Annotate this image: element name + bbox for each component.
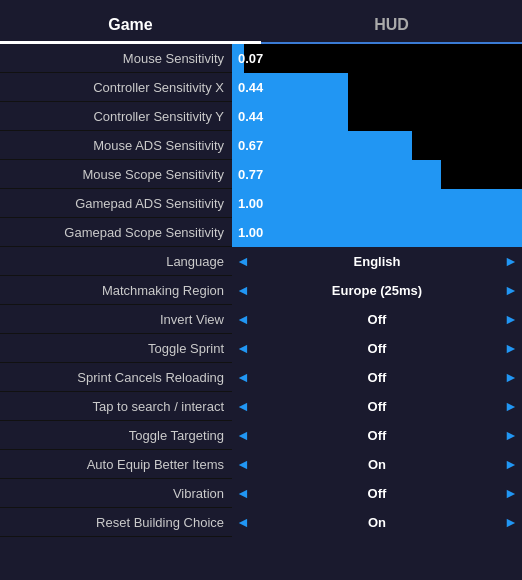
slider-value-controller-sensitivity-x: 0.44	[238, 80, 263, 95]
setting-row-toggle-targeting: Toggle Targeting◄Off►	[0, 421, 522, 450]
slider-controller-sensitivity-y[interactable]: 0.44	[232, 102, 522, 131]
control-auto-equip-better-items[interactable]: ◄On►	[232, 450, 522, 478]
slider-mouse-ads-sensitivity[interactable]: 0.67	[232, 131, 522, 160]
slider-gamepad-scope-sensitivity[interactable]: 1.00	[232, 218, 522, 247]
setting-row-mouse-sensitivity: Mouse Sensitivity0.07	[0, 44, 522, 73]
control-mouse-sensitivity[interactable]: 0.07	[232, 44, 522, 72]
control-mouse-scope-sensitivity[interactable]: 0.77	[232, 160, 522, 188]
setting-row-mouse-scope-sensitivity: Mouse Scope Sensitivity0.77	[0, 160, 522, 189]
slider-fill-controller-sensitivity-y: 0.44	[232, 102, 348, 131]
selector-value-sprint-cancels-reloading: Off	[252, 370, 502, 385]
control-gamepad-scope-sensitivity[interactable]: 1.00	[232, 218, 522, 246]
selector-toggle-sprint[interactable]: ◄Off►	[232, 334, 522, 363]
selector-value-auto-equip-better-items: On	[252, 457, 502, 472]
label-gamepad-ads-sensitivity: Gamepad ADS Sensitivity	[0, 196, 232, 211]
slider-fill-mouse-ads-sensitivity: 0.67	[232, 131, 412, 160]
slider-controller-sensitivity-x[interactable]: 0.44	[232, 73, 522, 102]
arrow-left-sprint-cancels-reloading[interactable]: ◄	[234, 369, 252, 385]
slider-gamepad-ads-sensitivity[interactable]: 1.00	[232, 189, 522, 218]
setting-row-tap-to-search: Tap to search / interact◄Off►	[0, 392, 522, 421]
setting-row-controller-sensitivity-y: Controller Sensitivity Y0.44	[0, 102, 522, 131]
arrow-right-auto-equip-better-items[interactable]: ►	[502, 456, 520, 472]
slider-value-mouse-sensitivity: 0.07	[238, 51, 263, 66]
arrow-left-language[interactable]: ◄	[234, 253, 252, 269]
selector-toggle-targeting[interactable]: ◄Off►	[232, 421, 522, 450]
setting-row-invert-view: Invert View◄Off►	[0, 305, 522, 334]
selector-invert-view[interactable]: ◄Off►	[232, 305, 522, 334]
selector-value-language: English	[252, 254, 502, 269]
control-controller-sensitivity-x[interactable]: 0.44	[232, 73, 522, 101]
slider-fill-gamepad-scope-sensitivity: 1.00	[232, 218, 522, 247]
arrow-right-tap-to-search[interactable]: ►	[502, 398, 520, 414]
label-tap-to-search: Tap to search / interact	[0, 399, 232, 414]
selector-vibration[interactable]: ◄Off►	[232, 479, 522, 508]
control-controller-sensitivity-y[interactable]: 0.44	[232, 102, 522, 130]
selector-value-tap-to-search: Off	[252, 399, 502, 414]
slider-mouse-scope-sensitivity[interactable]: 0.77	[232, 160, 522, 189]
control-reset-building-choice[interactable]: ◄On►	[232, 508, 522, 536]
setting-row-vibration: Vibration◄Off►	[0, 479, 522, 508]
setting-row-sprint-cancels-reloading: Sprint Cancels Reloading◄Off►	[0, 363, 522, 392]
arrow-right-vibration[interactable]: ►	[502, 485, 520, 501]
setting-row-controller-sensitivity-x: Controller Sensitivity X0.44	[0, 73, 522, 102]
tab-hud[interactable]: HUD	[261, 8, 522, 42]
setting-row-gamepad-scope-sensitivity: Gamepad Scope Sensitivity1.00	[0, 218, 522, 247]
label-invert-view: Invert View	[0, 312, 232, 327]
selector-reset-building-choice[interactable]: ◄On►	[232, 508, 522, 537]
selector-sprint-cancels-reloading[interactable]: ◄Off►	[232, 363, 522, 392]
selector-auto-equip-better-items[interactable]: ◄On►	[232, 450, 522, 479]
slider-fill-mouse-scope-sensitivity: 0.77	[232, 160, 441, 189]
slider-value-gamepad-ads-sensitivity: 1.00	[238, 196, 263, 211]
control-mouse-ads-sensitivity[interactable]: 0.67	[232, 131, 522, 159]
label-language: Language	[0, 254, 232, 269]
label-sprint-cancels-reloading: Sprint Cancels Reloading	[0, 370, 232, 385]
selector-value-reset-building-choice: On	[252, 515, 502, 530]
control-sprint-cancels-reloading[interactable]: ◄Off►	[232, 363, 522, 391]
arrow-right-toggle-targeting[interactable]: ►	[502, 427, 520, 443]
arrow-right-language[interactable]: ►	[502, 253, 520, 269]
selector-value-toggle-targeting: Off	[252, 428, 502, 443]
label-controller-sensitivity-y: Controller Sensitivity Y	[0, 109, 232, 124]
control-tap-to-search[interactable]: ◄Off►	[232, 392, 522, 420]
selector-matchmaking-region[interactable]: ◄Europe (25ms)►	[232, 276, 522, 305]
arrow-right-toggle-sprint[interactable]: ►	[502, 340, 520, 356]
control-language[interactable]: ◄English►	[232, 247, 522, 275]
arrow-right-reset-building-choice[interactable]: ►	[502, 514, 520, 530]
arrow-left-toggle-targeting[interactable]: ◄	[234, 427, 252, 443]
label-toggle-targeting: Toggle Targeting	[0, 428, 232, 443]
selector-value-vibration: Off	[252, 486, 502, 501]
control-invert-view[interactable]: ◄Off►	[232, 305, 522, 333]
selector-value-toggle-sprint: Off	[252, 341, 502, 356]
control-toggle-sprint[interactable]: ◄Off►	[232, 334, 522, 362]
label-mouse-ads-sensitivity: Mouse ADS Sensitivity	[0, 138, 232, 153]
slider-mouse-sensitivity[interactable]: 0.07	[232, 44, 522, 73]
control-gamepad-ads-sensitivity[interactable]: 1.00	[232, 189, 522, 217]
arrow-right-invert-view[interactable]: ►	[502, 311, 520, 327]
arrow-left-tap-to-search[interactable]: ◄	[234, 398, 252, 414]
tab-game[interactable]: Game	[0, 8, 261, 42]
slider-value-mouse-ads-sensitivity: 0.67	[238, 138, 263, 153]
arrow-right-matchmaking-region[interactable]: ►	[502, 282, 520, 298]
setting-row-language: Language◄English►	[0, 247, 522, 276]
slider-fill-mouse-sensitivity: 0.07	[232, 44, 244, 73]
control-vibration[interactable]: ◄Off►	[232, 479, 522, 507]
arrow-left-toggle-sprint[interactable]: ◄	[234, 340, 252, 356]
arrow-left-auto-equip-better-items[interactable]: ◄	[234, 456, 252, 472]
slider-value-gamepad-scope-sensitivity: 1.00	[238, 225, 263, 240]
control-toggle-targeting[interactable]: ◄Off►	[232, 421, 522, 449]
setting-row-matchmaking-region: Matchmaking Region◄Europe (25ms)►	[0, 276, 522, 305]
setting-row-toggle-sprint: Toggle Sprint◄Off►	[0, 334, 522, 363]
arrow-left-vibration[interactable]: ◄	[234, 485, 252, 501]
selector-language[interactable]: ◄English►	[232, 247, 522, 276]
arrow-left-invert-view[interactable]: ◄	[234, 311, 252, 327]
label-toggle-sprint: Toggle Sprint	[0, 341, 232, 356]
arrow-right-sprint-cancels-reloading[interactable]: ►	[502, 369, 520, 385]
control-matchmaking-region[interactable]: ◄Europe (25ms)►	[232, 276, 522, 304]
slider-value-controller-sensitivity-y: 0.44	[238, 109, 263, 124]
label-vibration: Vibration	[0, 486, 232, 501]
setting-row-mouse-ads-sensitivity: Mouse ADS Sensitivity0.67	[0, 131, 522, 160]
arrow-left-reset-building-choice[interactable]: ◄	[234, 514, 252, 530]
selector-tap-to-search[interactable]: ◄Off►	[232, 392, 522, 421]
label-gamepad-scope-sensitivity: Gamepad Scope Sensitivity	[0, 225, 232, 240]
arrow-left-matchmaking-region[interactable]: ◄	[234, 282, 252, 298]
